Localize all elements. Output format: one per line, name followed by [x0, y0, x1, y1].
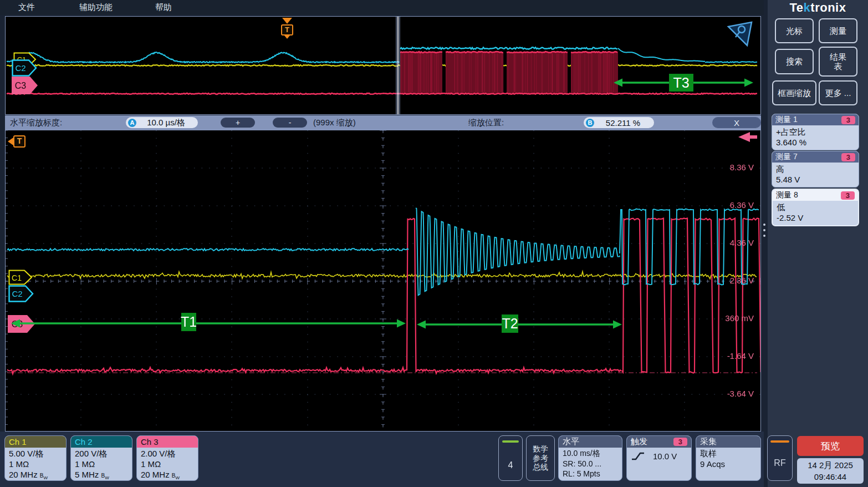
cursor-button[interactable]: 光标 [775, 18, 814, 43]
measurement-badge-8[interactable]: 测量 8 3 低 -2.52 V [772, 189, 859, 226]
zoom-out-button[interactable]: - [273, 118, 307, 128]
measurement-badge-1[interactable]: 测量 1 3 +占空比 3.640 % [772, 114, 859, 150]
search-button[interactable]: 搜索 [775, 49, 814, 74]
trigger-badge[interactable]: 触发 3 10.0 V [626, 435, 692, 481]
zoom-close-button[interactable]: X [712, 117, 761, 128]
zoom-flag-icon[interactable] [726, 20, 754, 48]
rising-edge-icon [631, 451, 645, 461]
zoom-scale-knob[interactable]: A 10.0 µs/格 [126, 117, 198, 128]
ch1-scale: 5.00 V/格 [9, 448, 62, 459]
svg-text:C2: C2 [12, 289, 22, 298]
trigger-flag-pointer [282, 18, 292, 24]
c2-badge-overview[interactable]: C2 [12, 59, 37, 77]
bottom-settings-bar: Ch 1 5.00 V/格 1 MΩ 20 MHz BW Ch 2 200 V/… [0, 432, 764, 487]
trigger-position-marker[interactable]: T [8, 135, 25, 148]
ch4-label: 4 [499, 460, 522, 470]
datetime-display: 14 2月 2025 09:46:44 [797, 458, 864, 484]
date-text: 14 2月 2025 [797, 459, 864, 471]
trigger-level-arrow-icon [738, 132, 750, 142]
acquisition-badge[interactable]: 采集 取样 9 Acqs [696, 435, 761, 481]
measurement-title: 测量 8 [776, 190, 798, 200]
measurement-value: 5.48 V [776, 174, 855, 185]
acquisition-mode: 取样 [700, 448, 757, 459]
measurement-name: 低 [777, 202, 854, 212]
results-table-button[interactable]: 结果表 [819, 47, 857, 77]
trigger-source-chip: 3 [673, 438, 687, 446]
trigger-marker-box: T [13, 135, 25, 148]
time-text: 09:46:44 [797, 471, 864, 483]
b-knob-icon: B [586, 119, 594, 127]
more-button[interactable]: 更多 ... [819, 80, 857, 105]
measurement-title: 测量 7 [775, 152, 798, 162]
trigger-header: 触发 3 [627, 436, 691, 448]
zoom-window-indicator[interactable] [397, 17, 399, 114]
zoom-in-button[interactable]: + [221, 118, 255, 128]
zoom-scale-label: 水平缩放标度: [10, 118, 62, 128]
trigger-flag-box: T [281, 24, 293, 35]
measure-button[interactable]: 测量 [819, 18, 857, 43]
t1-label: T1 [181, 313, 196, 331]
ch1-bandwidth: 20 MHz BW [9, 469, 62, 481]
t1-arrow [11, 318, 406, 328]
horizontal-badge[interactable]: 水平 10.0 ms/格 SR: 50.0 ... RL: 5 Mpts [558, 435, 622, 481]
trigger-position-flag[interactable]: T [281, 18, 293, 39]
measurement-source-chip: 3 [841, 116, 855, 124]
horizontal-zoom-bar: 水平缩放标度: A 10.0 µs/格 + - (999x 缩放) 缩放位置: … [5, 115, 761, 130]
svg-text:C3: C3 [15, 81, 27, 90]
ch2-badge[interactable]: Ch 2 200 V/格 1 MΩ 5 MHz BW [70, 435, 132, 481]
ch4-color-line [502, 440, 519, 443]
c2-badge[interactable]: C2 [8, 285, 34, 302]
ch2-bandwidth: 5 MHz BW [75, 469, 128, 481]
trigger-level-arrow-stem [750, 135, 757, 139]
rf-label: RF [768, 458, 792, 468]
volt-label-2: 4.36 V [715, 238, 754, 249]
c3-badge-overview[interactable]: C3 [11, 76, 39, 95]
volt-label-1: 6.36 V [715, 200, 754, 211]
volt-label-4: 360 mV [715, 313, 754, 324]
svg-text:C2: C2 [15, 63, 25, 73]
main-waveform-panel: T C1 C2 C3 8.36 V 6.36 V 4.36 V 2.36 V 3… [5, 130, 761, 432]
acquisition-count: 9 Acqs [700, 459, 757, 469]
overview-canvas[interactable] [6, 17, 760, 114]
acquisition-header: 采集 [696, 436, 760, 448]
ch3-header: Ch 3 [137, 436, 198, 448]
measurement-value: 3.640 % [776, 137, 855, 148]
zoom-factor-text: (999x 缩放) [313, 118, 356, 128]
ch4-badge[interactable]: 4 [498, 435, 523, 481]
t3-label: T3 [669, 74, 693, 92]
rf-badge[interactable]: RF [767, 435, 793, 481]
panel-drag-handle[interactable] [763, 220, 765, 240]
trigger-flag-tip [284, 35, 290, 39]
math-ref-bus-button[interactable]: 数学 参考 总线 [526, 435, 555, 481]
math-label: 数学 [533, 444, 548, 454]
tektronix-logo: Tektronix [768, 1, 868, 15]
menu-item-utility[interactable]: 辅助功能 [79, 2, 113, 13]
ch1-badge[interactable]: Ch 1 5.00 V/格 1 MΩ 20 MHz BW [4, 435, 67, 481]
ch2-header: Ch 2 [71, 436, 132, 448]
bus-label: 总线 [533, 463, 548, 472]
main-waveform-canvas[interactable] [6, 130, 760, 431]
measurement-name: 高 [776, 164, 855, 174]
measurement-source-chip: 3 [841, 191, 855, 200]
measurement-badge-7[interactable]: 测量 7 3 高 5.48 V [772, 151, 859, 187]
menu-item-file[interactable]: 文件 [18, 2, 35, 13]
horizontal-scale: 10.0 ms/格 [563, 448, 618, 459]
measurement-name: +占空比 [776, 126, 855, 137]
ch3-badge[interactable]: Ch 3 2.00 V/格 1 MΩ 20 MHz BW [136, 435, 198, 481]
measurement-title: 测量 1 [775, 115, 798, 125]
ch2-impedance: 1 MΩ [75, 459, 128, 469]
volt-label-0: 8.36 V [715, 163, 754, 174]
ch3-impedance: 1 MΩ [141, 459, 194, 469]
t2-arrow [417, 319, 622, 329]
menu-item-help[interactable]: 帮助 [155, 2, 172, 13]
trigger-title: 触发 [631, 437, 647, 447]
ch2-scale: 200 V/格 [75, 448, 128, 459]
box-zoom-button[interactable]: 框画缩放 [772, 80, 816, 105]
preview-button[interactable]: 预览 [797, 436, 864, 456]
zoom-position-knob[interactable]: B 52.211 % [584, 117, 654, 128]
trigger-level-arrow[interactable] [738, 132, 757, 142]
c1-badge[interactable]: C1 [8, 270, 33, 285]
ch3-bandwidth: 20 MHz BW [141, 469, 194, 481]
ref-label: 参考 [533, 454, 548, 463]
volt-label-3: 2.36 V [715, 276, 754, 287]
